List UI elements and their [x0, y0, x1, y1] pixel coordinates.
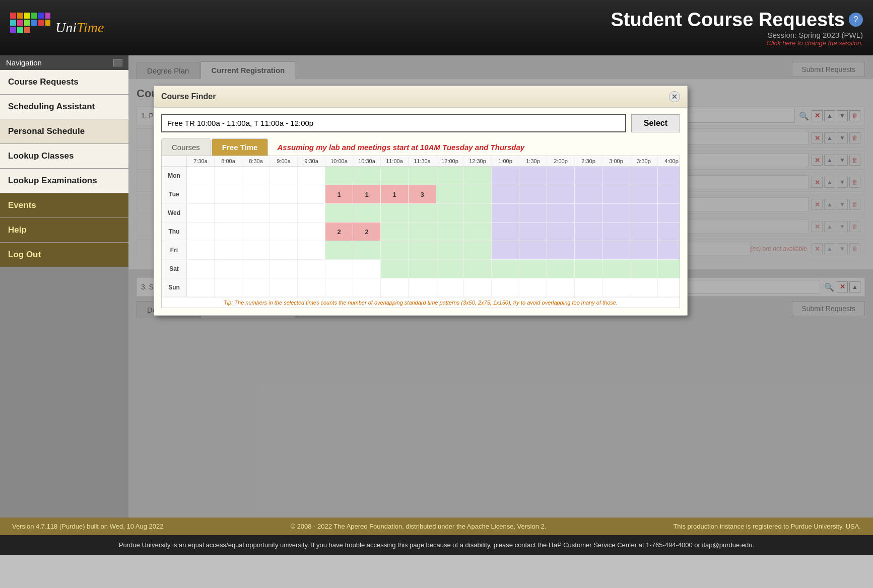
cal-thu-100[interactable] [492, 223, 519, 241]
cal-mon-800[interactable] [215, 167, 242, 185]
cal-mon-1030[interactable] [353, 167, 381, 185]
cal-wed-800[interactable] [215, 204, 242, 222]
cal-mon-330[interactable] [630, 167, 658, 185]
cal-fri-400[interactable] [658, 241, 680, 259]
cal-wed-200[interactable] [547, 204, 575, 222]
cal-mon-1230[interactable] [464, 167, 492, 185]
cal-tue-1130[interactable]: 3 [409, 185, 436, 203]
cal-fri-1130[interactable] [409, 241, 436, 259]
modal-search-input[interactable] [161, 114, 626, 132]
cal-thu-1100[interactable] [381, 223, 409, 241]
cal-fri-730[interactable] [187, 241, 215, 259]
cal-thu-1130[interactable] [409, 223, 436, 241]
cal-fri-800[interactable] [215, 241, 242, 259]
cal-wed-100[interactable] [492, 204, 519, 222]
sidebar-item-lookup-examinations[interactable]: Lookup Examinations [0, 169, 128, 193]
cal-tue-400[interactable] [658, 185, 680, 203]
cal-thu-900[interactable] [270, 223, 298, 241]
cal-mon-100[interactable] [492, 167, 519, 185]
sidebar-item-help[interactable]: Help [0, 218, 128, 243]
modal-close-button[interactable]: × [669, 91, 680, 102]
cal-tue-1230[interactable] [464, 185, 492, 203]
cal-wed-730[interactable] [187, 204, 215, 222]
cal-mon-400[interactable] [658, 167, 680, 185]
cal-thu-230[interactable] [575, 223, 602, 241]
sidebar-item-events[interactable]: Events [0, 193, 128, 218]
cal-mon-1000[interactable] [325, 167, 353, 185]
cal-sun-300[interactable] [602, 278, 630, 297]
cal-fri-1230[interactable] [464, 241, 492, 259]
cal-sun-930[interactable] [298, 278, 325, 297]
cal-sun-200[interactable] [547, 278, 575, 297]
cal-thu-330[interactable] [630, 223, 658, 241]
cal-thu-800[interactable] [215, 223, 242, 241]
cal-sat-900[interactable] [270, 260, 298, 278]
cal-mon-930[interactable] [298, 167, 325, 185]
sidebar-item-scheduling-assistant[interactable]: Scheduling Assistant [0, 95, 128, 119]
cal-wed-1230[interactable] [464, 204, 492, 222]
cal-wed-900[interactable] [270, 204, 298, 222]
cal-sat-130[interactable] [519, 260, 547, 278]
cal-fri-230[interactable] [575, 241, 602, 259]
cal-sun-1230[interactable] [464, 278, 492, 297]
cal-sat-1200[interactable] [436, 260, 464, 278]
modal-tab-courses[interactable]: Courses [161, 138, 211, 156]
cal-wed-930[interactable] [298, 204, 325, 222]
sidebar-item-personal-schedule[interactable]: Personal Schedule [0, 119, 128, 144]
cal-thu-300[interactable] [602, 223, 630, 241]
cal-sat-930[interactable] [298, 260, 325, 278]
cal-tue-330[interactable] [630, 185, 658, 203]
modal-select-button[interactable]: Select [631, 114, 680, 132]
cal-mon-830[interactable] [242, 167, 270, 185]
cal-fri-330[interactable] [630, 241, 658, 259]
cal-tue-800[interactable] [215, 185, 242, 203]
cal-sat-1230[interactable] [464, 260, 492, 278]
cal-sun-100[interactable] [492, 278, 519, 297]
session-change-link[interactable]: Click here to change the session. [119, 39, 863, 47]
sidebar-item-course-requests[interactable]: Course Requests [0, 70, 128, 95]
cal-mon-900[interactable] [270, 167, 298, 185]
cal-tue-100[interactable] [492, 185, 519, 203]
cal-sun-1200[interactable] [436, 278, 464, 297]
cal-wed-130[interactable] [519, 204, 547, 222]
cal-wed-230[interactable] [575, 204, 602, 222]
cal-tue-230[interactable] [575, 185, 602, 203]
cal-fri-830[interactable] [242, 241, 270, 259]
cal-fri-900[interactable] [270, 241, 298, 259]
cal-thu-830[interactable] [242, 223, 270, 241]
cal-thu-1030[interactable]: 2 [353, 223, 381, 241]
cal-sat-830[interactable] [242, 260, 270, 278]
cal-fri-1000[interactable] [325, 241, 353, 259]
cal-sun-400[interactable] [658, 278, 680, 297]
cal-sun-830[interactable] [242, 278, 270, 297]
cal-fri-1030[interactable] [353, 241, 381, 259]
cal-sat-1030[interactable] [353, 260, 381, 278]
cal-sun-1030[interactable] [353, 278, 381, 297]
cal-sun-1130[interactable] [409, 278, 436, 297]
cal-thu-400[interactable] [658, 223, 680, 241]
modal-tab-free-time[interactable]: Free Time [212, 138, 268, 156]
cal-fri-1200[interactable] [436, 241, 464, 259]
cal-tue-300[interactable] [602, 185, 630, 203]
cal-sun-730[interactable] [187, 278, 215, 297]
cal-wed-330[interactable] [630, 204, 658, 222]
cal-sat-1130[interactable] [409, 260, 436, 278]
cal-sat-800[interactable] [215, 260, 242, 278]
cal-mon-230[interactable] [575, 167, 602, 185]
cal-mon-300[interactable] [602, 167, 630, 185]
cal-sun-330[interactable] [630, 278, 658, 297]
cal-wed-1100[interactable] [381, 204, 409, 222]
cal-tue-900[interactable] [270, 185, 298, 203]
cal-wed-830[interactable] [242, 204, 270, 222]
cal-mon-1100[interactable] [381, 167, 409, 185]
cal-sat-330[interactable] [630, 260, 658, 278]
cal-wed-1000[interactable] [325, 204, 353, 222]
cal-thu-930[interactable] [298, 223, 325, 241]
cal-wed-1200[interactable] [436, 204, 464, 222]
cal-thu-1200[interactable] [436, 223, 464, 241]
cal-sat-1000[interactable] [325, 260, 353, 278]
cal-tue-1100[interactable]: 1 [381, 185, 409, 203]
sidebar-item-logout[interactable]: Log Out [0, 243, 128, 267]
cal-fri-200[interactable] [547, 241, 575, 259]
cal-sun-900[interactable] [270, 278, 298, 297]
